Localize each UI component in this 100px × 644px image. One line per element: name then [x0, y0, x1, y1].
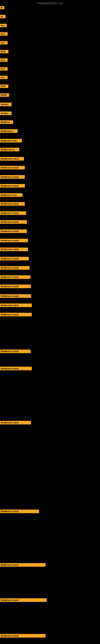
bottleneck-result-label: Bottleneck result [0, 184, 25, 188]
site-title: TheBottlenecker.com [0, 0, 100, 6]
list-item: Bott [0, 41, 8, 45]
list-item: Bott [0, 32, 8, 36]
bottleneck-result-label: Bottleneck result [0, 367, 32, 370]
list-item: Bottleneck result [0, 211, 26, 215]
list-item: Bottleneck result [0, 229, 27, 234]
list-item: Bottlen [0, 111, 12, 116]
bottleneck-result-label: Bottleneck result [0, 275, 30, 279]
list-item: Bottleneck result [0, 166, 25, 170]
list-item: Bottleneck result [0, 238, 28, 243]
bottleneck-result-label: Bottleneck result [0, 166, 25, 170]
bottleneck-result-label: Bott [0, 58, 8, 62]
bottleneck-result-label: Bottleneck result [0, 239, 28, 242]
list-item: Bottleneck result [0, 509, 39, 514]
list-item: Bottleneck result [0, 247, 28, 252]
bottleneck-result-label: Bottleneck r [0, 129, 18, 133]
bottleneck-result-label: Bo [0, 6, 4, 9]
list-item: Bottleneck result [0, 275, 30, 279]
bottleneck-result-label: Bott [0, 76, 8, 79]
bottleneck-result-label: Bottlen [0, 103, 12, 106]
bottleneck-result-label: Bott [0, 24, 7, 27]
list-item: Bottleneck result [0, 634, 46, 638]
list-item: Bottleneck result [0, 220, 27, 224]
bottleneck-result-label: Bottleneck result [0, 220, 27, 224]
bottleneck-result-label: Bottleneck result [0, 313, 32, 316]
bottleneck-result-label: Bottleneck result [0, 211, 26, 215]
bottleneck-result-label: Bottleneck result [0, 304, 32, 307]
bottleneck-result-label: Bottleneck result [0, 563, 46, 567]
bottleneck-result-label: Bottl [0, 50, 8, 53]
bottleneck-result-label: Bottl [0, 84, 8, 88]
list-item: Bo [0, 6, 4, 10]
bottleneck-result-label: Bottleneck resu [0, 193, 22, 197]
list-item: Bottl [0, 84, 8, 88]
list-item: Bottleneck result [0, 256, 29, 261]
list-item: Bottleneck resu [0, 193, 22, 197]
list-item: Bottleneck result [0, 175, 25, 179]
list-item: Bottleneck result [0, 598, 47, 602]
bottleneck-result-label: Bottleneck result [0, 157, 24, 160]
bottleneck-result-label: Bottleneck result [0, 266, 30, 270]
list-item: Bottlene [0, 120, 13, 124]
list-item: Bottleneck result [0, 366, 32, 371]
bottleneck-result-label: Bottlene [0, 120, 13, 124]
bottleneck-result-label: Bottleneck resu [0, 139, 22, 142]
list-item: Bottleneck result [0, 184, 25, 188]
list-item: Bottleneck result [0, 294, 31, 298]
bottleneck-result-label: Bott [0, 41, 8, 44]
bottleneck-result-label: Bottlen [0, 112, 12, 115]
bottleneck-result-label: Bottleneck result [0, 510, 39, 513]
bottleneck-result-label: Bottleneck result [0, 294, 31, 298]
list-item: Bottl [0, 50, 8, 54]
list-item: Bottleneck re [0, 147, 19, 152]
list-item: Bottleneck result [0, 312, 32, 317]
list-item: Bott [0, 23, 7, 28]
bottleneck-result-label: Bottleneck result [0, 598, 47, 602]
list-item: Bottleneck result [0, 349, 31, 354]
bottleneck-result-label: Bottle [0, 94, 9, 97]
list-item: Bottleneck result [0, 266, 30, 270]
bottleneck-result-label: Bottleneck result [0, 230, 27, 233]
bottleneck-result-label: Bottleneck re [0, 148, 19, 151]
list-item: Bottleneck result [0, 284, 31, 288]
list-item: Bottleneck result [0, 303, 32, 308]
bottleneck-result-label: Bott [0, 32, 8, 36]
list-item: Bottlen [0, 102, 12, 107]
list-item: Bott [0, 75, 8, 80]
list-item: Bott [0, 67, 8, 71]
bottleneck-result-label: Bottleneck result [0, 257, 29, 260]
list-item: Bottleneck result [0, 563, 46, 567]
list-item: Bott [0, 58, 8, 62]
list-item: Bottleneck r [0, 129, 18, 133]
list-item: Bottleneck resu [0, 138, 22, 143]
bottleneck-result-label: Bottleneck result [0, 202, 25, 206]
list-item: Bottleneck result [0, 156, 24, 161]
bottleneck-result-label: Bottleneck result [0, 284, 31, 288]
bottleneck-result-label: Bottleneck result [0, 175, 25, 179]
list-item: Bottle [0, 93, 9, 97]
list-item: Bottleneck result [0, 420, 31, 425]
list-item: Bottleneck result [0, 202, 25, 206]
bottleneck-result-label: Bottleneck result [0, 350, 31, 353]
bottleneck-result-label: Bottleneck result [0, 421, 31, 424]
bottleneck-result-label: Bott [0, 67, 8, 71]
bottleneck-result-label: Bottleneck result [0, 634, 46, 638]
bottleneck-result-label: Bo [0, 15, 6, 18]
bottleneck-result-label: Bottleneck result [0, 248, 28, 251]
list-item: Bo [0, 14, 6, 19]
